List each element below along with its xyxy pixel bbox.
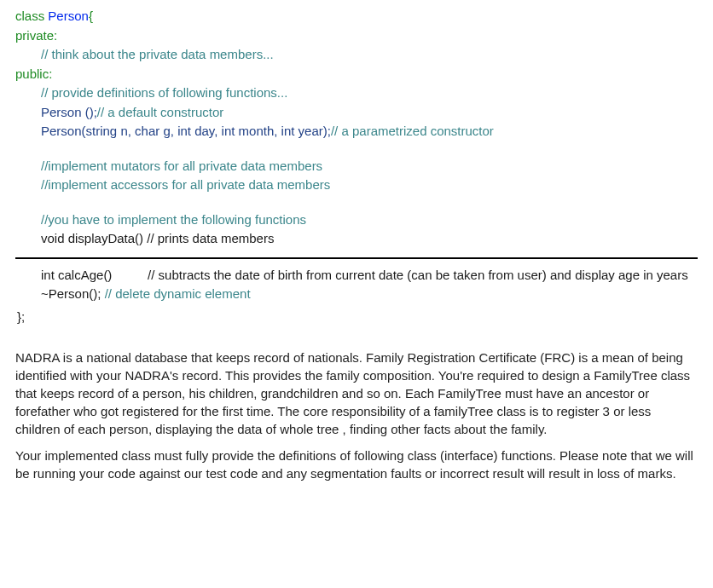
comment: // delete dynamic element bbox=[105, 286, 251, 301]
code-line: class Person{ bbox=[15, 7, 698, 26]
code-line: Person ();// a default constructor bbox=[15, 103, 698, 123]
code-line: void displayData() // prints data member… bbox=[15, 229, 698, 249]
comment: // a parametrized constructor bbox=[331, 124, 494, 138]
comment: //you have to implement the following fu… bbox=[41, 212, 306, 227]
colon: : bbox=[49, 66, 52, 81]
ctor-param: Person( bbox=[41, 124, 86, 138]
param: day, bbox=[191, 124, 222, 138]
comment: // provide definitions of following func… bbox=[41, 85, 287, 100]
document-root: class Person{ private: // think about th… bbox=[15, 7, 698, 482]
keyword-void: void bbox=[41, 231, 65, 245]
description-para-1: NADRA is a national database that keeps … bbox=[15, 349, 698, 438]
param: month, bbox=[235, 124, 281, 138]
comment: //implement mutators for all private dat… bbox=[41, 159, 322, 173]
brace-open: { bbox=[89, 9, 93, 23]
code-line: public: bbox=[15, 65, 698, 84]
code-line: int calcAge() // subtracts the date of b… bbox=[41, 266, 689, 285]
code-line: //implement accessors for all private da… bbox=[15, 176, 698, 195]
ctor-default: Person (); bbox=[41, 105, 97, 119]
colon: : bbox=[54, 28, 57, 43]
code-block-bottom: int calcAge() // subtracts the date of b… bbox=[15, 266, 698, 304]
code-line: private: bbox=[15, 26, 698, 46]
comment: // prints data members bbox=[147, 231, 274, 245]
keyword-private: private bbox=[15, 28, 54, 43]
blank-line bbox=[15, 141, 698, 157]
keyword-public: public bbox=[15, 66, 49, 81]
type: int bbox=[281, 124, 295, 138]
comment: // a default constructor bbox=[97, 105, 223, 119]
param: g, bbox=[159, 124, 177, 138]
description-para-2: Your implemented class must fully provid… bbox=[15, 447, 698, 482]
comment: // subtracts the date of birth from curr… bbox=[148, 268, 688, 282]
dtor: ~Person(); bbox=[41, 286, 105, 301]
class-name: Person bbox=[44, 9, 89, 23]
param: year); bbox=[294, 124, 331, 138]
type: int bbox=[177, 124, 191, 138]
type: char bbox=[135, 124, 159, 138]
comment: // think about the private data members.… bbox=[41, 47, 274, 61]
brace-close: }; bbox=[17, 309, 25, 324]
type: int bbox=[222, 124, 235, 138]
blank-line bbox=[15, 326, 698, 342]
code-line: ~Person(); // delete dynamic element bbox=[41, 285, 689, 304]
code-line: // think about the private data members.… bbox=[15, 45, 698, 65]
code-line: //implement mutators for all private dat… bbox=[15, 157, 698, 176]
code-block-top: class Person{ private: // think about th… bbox=[15, 7, 698, 254]
type: string bbox=[86, 124, 118, 138]
code-line: // provide definitions of following func… bbox=[15, 84, 698, 103]
method-calcage: calcAge() bbox=[55, 268, 148, 282]
blank-line bbox=[15, 195, 698, 210]
section-divider bbox=[15, 257, 698, 259]
code-line: Person(string n, char g, int day, int mo… bbox=[15, 122, 698, 141]
keyword-int: int bbox=[41, 268, 55, 282]
method-display: displayData() bbox=[65, 231, 148, 245]
keyword-class: class bbox=[15, 9, 44, 23]
comment: //implement accessors for all private da… bbox=[41, 177, 330, 192]
code-line-close: }; bbox=[15, 308, 698, 327]
code-line: //you have to implement the following fu… bbox=[15, 210, 698, 230]
param: n, bbox=[117, 124, 135, 138]
